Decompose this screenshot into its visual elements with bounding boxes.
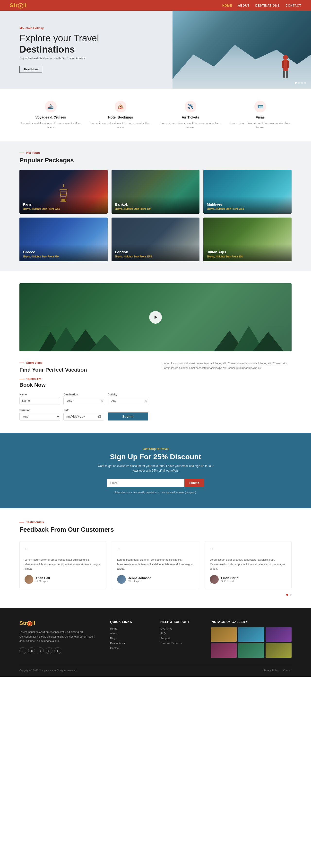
footer-privacy-link[interactable]: Privacy Policy xyxy=(264,669,279,672)
social-facebook[interactable]: f xyxy=(20,647,26,654)
social-twitter[interactable]: t xyxy=(37,647,44,654)
name-input[interactable] xyxy=(20,397,60,404)
footer-link-blog[interactable]: Blog xyxy=(110,637,151,640)
service-air-desc: Lorem ipsum dolor sit amet Ea consequunt… xyxy=(159,121,222,129)
footer-quicklinks-title: QUICK LINKS xyxy=(110,620,151,624)
book-title: Book Now xyxy=(20,382,148,388)
service-hotel-title: Hotel Bookings xyxy=(90,115,152,119)
hero-person-svg xyxy=(279,55,291,81)
destination-select[interactable]: Any Maldives Paris London xyxy=(63,397,104,405)
package-london-info: 3Days, 3 Nights Start From 3356 xyxy=(115,255,152,258)
testimonial-dot-1[interactable] xyxy=(286,594,288,596)
duration-select[interactable]: Any 3 Days 7 Days xyxy=(20,413,60,421)
testimonial-3-author: Linda Carini SEO Expert xyxy=(210,575,286,584)
hero-dots xyxy=(295,82,306,84)
voyages-icon: 🚢 xyxy=(45,101,57,113)
hero-dot-3[interactable] xyxy=(301,82,303,84)
svg-rect-4 xyxy=(283,71,285,78)
author-2-avatar xyxy=(117,575,126,584)
book-tag: 10-30% Off xyxy=(20,377,148,381)
instagram-thumb-3[interactable] xyxy=(266,627,291,642)
hero-read-more-button[interactable]: Read More xyxy=(20,66,42,73)
testimonials-tag: Testimonials xyxy=(20,521,291,524)
package-bankok[interactable]: Bankok 3Days, 3 Nights Start From 450 xyxy=(111,170,200,214)
hero-section: Mountain Holiday Explore your Travel Des… xyxy=(0,11,311,89)
package-maldives[interactable]: Maldives 3Days, 3 Nights Start From 5550 xyxy=(203,170,291,214)
activity-group: Activity Any Adventure Beach xyxy=(108,393,148,405)
nav-destinations[interactable]: DESTINATIONS xyxy=(255,3,280,7)
play-button[interactable] xyxy=(149,311,162,323)
package-bankok-name: Bankok xyxy=(115,202,196,206)
package-greece-name: Greece xyxy=(23,250,104,254)
footer-logo-text: Str xyxy=(20,620,27,626)
package-maldives-overlay: Maldives 3Days, 3 Nights Start From 5550 xyxy=(203,196,291,214)
discount-email-input[interactable] xyxy=(107,479,184,487)
booking-form: Name Destination Any Maldives Paris Lond… xyxy=(20,393,148,421)
svg-rect-2 xyxy=(282,61,284,68)
date-input[interactable] xyxy=(63,413,104,421)
booking-submit-button[interactable]: Submit xyxy=(108,412,148,421)
testimonial-dot-2[interactable] xyxy=(289,594,291,596)
discount-desc: Want to get an exclusive discount for yo… xyxy=(97,464,214,473)
testimonials-dots xyxy=(20,594,291,596)
discount-section: Last Stop to Travel Sign Up For 25% Disc… xyxy=(0,433,311,508)
footer-link-destinations[interactable]: Destinations xyxy=(110,642,151,645)
instagram-thumb-2[interactable] xyxy=(238,627,264,642)
package-london-name: London xyxy=(115,250,196,254)
instagram-thumb-1[interactable] xyxy=(211,627,237,642)
footer-copyright: Copyright © 2020 Company name All rights… xyxy=(20,669,76,672)
footer-logo[interactable]: Str●ll xyxy=(20,620,100,626)
video-left: Short Video Find Your Perfect Vacation 1… xyxy=(20,361,148,421)
package-london[interactable]: London 3Days, 3 Nights Start From 3356 xyxy=(111,218,200,261)
package-greece-overlay: Greece 3Days, 4 Nights Start From 980 xyxy=(20,244,108,261)
hero-title: Explore your Travel Destinations xyxy=(20,33,158,55)
package-paris-name: Paris xyxy=(23,202,104,206)
nav-about[interactable]: ABOUT xyxy=(238,3,249,7)
package-paris[interactable]: Paris 3Days, 4 Nights Start From 6750 xyxy=(20,170,108,214)
services-grid: 🚢 Voyages & Cruises Lorem ipsum dolor si… xyxy=(20,101,291,129)
duration-group: Duration Any 3 Days 7 Days xyxy=(20,409,60,421)
footer-help-title: HELP & SUPPORT xyxy=(160,620,201,624)
testimonials-title: Feedback From Our Customers xyxy=(20,526,291,533)
svg-rect-5 xyxy=(286,71,288,78)
package-greece[interactable]: Greece 3Days, 4 Nights Start From 980 xyxy=(20,218,108,261)
hero-bg xyxy=(173,11,311,89)
footer-link-home[interactable]: Home xyxy=(110,627,151,630)
instagram-thumb-5[interactable] xyxy=(238,643,264,658)
footer-help-terms[interactable]: Terms of Services xyxy=(160,642,201,645)
social-google[interactable]: g+ xyxy=(46,647,53,654)
footer-link-contact[interactable]: Contact xyxy=(110,647,151,649)
video-content: Short Video Find Your Perfect Vacation 1… xyxy=(20,361,291,421)
nav-home[interactable]: HOME xyxy=(222,3,232,7)
activity-select[interactable]: Any Adventure Beach xyxy=(108,397,148,405)
nav-contact[interactable]: CONTACT xyxy=(285,3,301,7)
hotel-icon: 🏨 xyxy=(115,101,126,113)
testimonial-1-author: Then Hall SEO Expert xyxy=(25,575,101,584)
service-hotel: 🏨 Hotel Bookings Lorem ipsum dolor sit a… xyxy=(90,101,152,129)
package-julian[interactable]: Julian Alps 3Days, 3 Nights Start From 8… xyxy=(203,218,291,261)
footer-help-faq[interactable]: FAQ xyxy=(160,632,201,635)
author-2-name: Jenna Johnson xyxy=(128,576,151,580)
hero-dot-1[interactable] xyxy=(295,82,297,84)
hero-dot-2[interactable] xyxy=(298,82,300,84)
destination-group: Destination Any Maldives Paris London xyxy=(63,393,104,405)
service-voyages: 🚢 Voyages & Cruises Lorem ipsum dolor si… xyxy=(20,101,82,129)
footer-contact-link[interactable]: Contact xyxy=(283,669,291,672)
footer-link-about[interactable]: About xyxy=(110,632,151,635)
footer-bottom: Copyright © 2020 Company name All rights… xyxy=(20,665,291,672)
video-title: Find Your Perfect Vacation xyxy=(20,367,148,374)
social-instagram[interactable]: in xyxy=(28,647,35,654)
social-youtube[interactable]: ▶ xyxy=(55,647,61,654)
video-tag: Short Video xyxy=(20,361,148,365)
footer-help-livechat[interactable]: Live Chat xyxy=(160,627,201,630)
instagram-thumb-4[interactable] xyxy=(211,643,237,658)
author-1-name: Then Hall xyxy=(36,576,50,580)
instagram-thumb-6[interactable] xyxy=(266,643,291,658)
packages-section: Hot Tours Popular Packages Paris 3Days, … xyxy=(0,142,311,271)
discount-submit-button[interactable]: Submit xyxy=(184,479,204,487)
logo[interactable]: Str●ll xyxy=(10,2,27,8)
hero-dot-4[interactable] xyxy=(304,82,306,84)
footer-help-support[interactable]: Support xyxy=(160,637,201,640)
video-right: Lorem ipsum dolor sit amet consectetur a… xyxy=(163,361,291,370)
play-icon xyxy=(153,315,158,319)
